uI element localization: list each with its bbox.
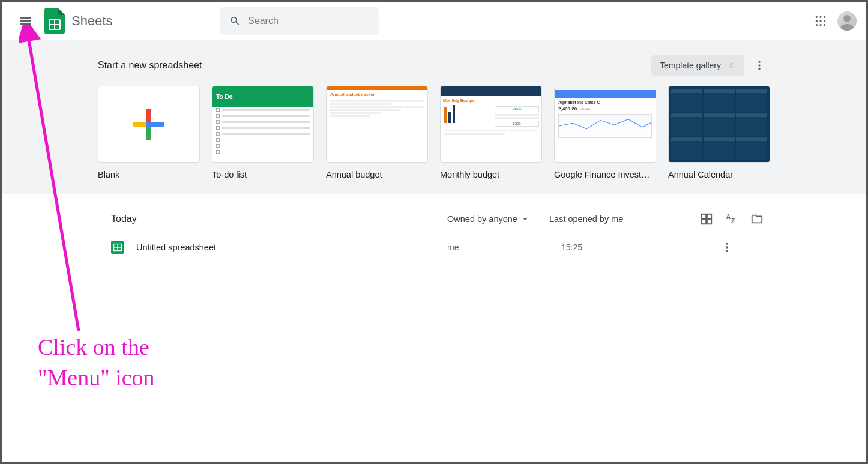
hamburger-icon bbox=[19, 14, 33, 28]
template-gallery-label: Template gallery bbox=[660, 61, 721, 70]
svg-point-8 bbox=[824, 20, 825, 22]
templates-more-button[interactable] bbox=[749, 55, 770, 76]
document-time: 15:25 bbox=[561, 243, 717, 252]
header-right bbox=[809, 9, 857, 33]
search-icon bbox=[229, 14, 241, 28]
template-label: Annual Calendar bbox=[668, 170, 770, 179]
view-options: AZ bbox=[699, 212, 764, 226]
sheets-logo-icon bbox=[43, 9, 67, 33]
search-input[interactable] bbox=[248, 16, 370, 26]
svg-point-14 bbox=[758, 64, 760, 66]
folder-icon bbox=[750, 212, 764, 226]
svg-rect-18 bbox=[133, 122, 146, 127]
templates-header: Start a new spreadsheet Template gallery bbox=[98, 50, 770, 86]
google-apps-button[interactable] bbox=[809, 9, 833, 33]
template-finance[interactable]: Alphabet Inc Class C 2,409.20 -0.4% Goog… bbox=[554, 86, 656, 179]
template-blank[interactable]: Blank bbox=[98, 86, 200, 179]
svg-rect-16 bbox=[146, 109, 151, 122]
unfold-icon bbox=[727, 60, 735, 71]
grid-view-button[interactable] bbox=[699, 212, 714, 226]
svg-point-11 bbox=[824, 24, 825, 26]
template-calendar[interactable]: Annual Calendar bbox=[668, 86, 770, 179]
templates-title: Start a new spreadsheet bbox=[98, 60, 202, 71]
main-menu-button[interactable] bbox=[11, 7, 40, 35]
annotation-text: Click on the "Menu" icon bbox=[38, 332, 155, 394]
svg-point-27 bbox=[726, 243, 728, 245]
search-bar[interactable] bbox=[220, 7, 379, 35]
more-vert-icon bbox=[753, 59, 765, 71]
svg-point-4 bbox=[819, 16, 821, 18]
sort-az-button[interactable]: AZ bbox=[725, 212, 739, 226]
svg-rect-20 bbox=[146, 122, 151, 127]
dropdown-icon bbox=[520, 214, 531, 224]
document-row[interactable]: Untitled spreadsheet me 15:25 bbox=[104, 234, 764, 261]
document-more-button[interactable] bbox=[717, 241, 737, 253]
template-label: Monthly budget bbox=[440, 170, 542, 179]
template-annual-budget[interactable]: Annual budget tracker Annual budget bbox=[326, 86, 428, 179]
svg-point-5 bbox=[824, 16, 825, 18]
template-label: Google Finance Invest… bbox=[554, 170, 656, 179]
documents-section: Today Owned by anyone Last opened by me … bbox=[104, 194, 764, 273]
more-vert-icon bbox=[721, 241, 733, 253]
sheets-file-icon bbox=[111, 241, 124, 254]
template-row: Blank To Do To-do list bbox=[98, 86, 770, 179]
app-name: Sheets bbox=[71, 13, 113, 29]
template-label: Annual budget bbox=[326, 170, 428, 179]
open-picker-button[interactable] bbox=[750, 212, 764, 226]
sort-az-icon: AZ bbox=[725, 212, 738, 226]
group-label-today: Today bbox=[111, 214, 447, 224]
document-owner: me bbox=[447, 243, 561, 252]
documents-header: Today Owned by anyone Last opened by me … bbox=[104, 206, 764, 234]
svg-point-13 bbox=[758, 61, 760, 63]
owner-filter-dropdown[interactable]: Owned by anyone bbox=[447, 214, 549, 224]
svg-rect-19 bbox=[151, 122, 164, 127]
svg-text:A: A bbox=[726, 214, 731, 220]
plus-icon bbox=[131, 106, 167, 142]
templates-section: Start a new spreadsheet Template gallery bbox=[2, 40, 866, 194]
svg-point-28 bbox=[726, 246, 728, 248]
app-header: Sheets bbox=[2, 2, 866, 40]
document-name: Untitled spreadsheet bbox=[136, 243, 447, 252]
svg-point-9 bbox=[816, 24, 818, 26]
sort-label: Last opened by me bbox=[549, 214, 681, 224]
svg-point-6 bbox=[816, 20, 818, 22]
svg-text:Z: Z bbox=[731, 218, 735, 224]
grid-icon bbox=[700, 212, 713, 226]
svg-point-7 bbox=[819, 20, 821, 22]
template-label: Blank bbox=[98, 170, 200, 179]
svg-point-10 bbox=[819, 24, 821, 26]
svg-point-15 bbox=[758, 68, 760, 70]
svg-point-12 bbox=[843, 15, 851, 22]
svg-rect-17 bbox=[146, 127, 151, 140]
template-label: To-do list bbox=[212, 170, 314, 179]
template-monthly-budget[interactable]: Monthly Budget +30% £300 bbox=[440, 86, 542, 179]
template-todo[interactable]: To Do To-do list bbox=[212, 86, 314, 179]
apps-grid-icon bbox=[815, 15, 827, 27]
account-avatar[interactable] bbox=[837, 11, 857, 31]
svg-point-29 bbox=[726, 250, 728, 252]
svg-point-3 bbox=[816, 16, 818, 18]
template-gallery-button[interactable]: Template gallery bbox=[651, 55, 744, 76]
